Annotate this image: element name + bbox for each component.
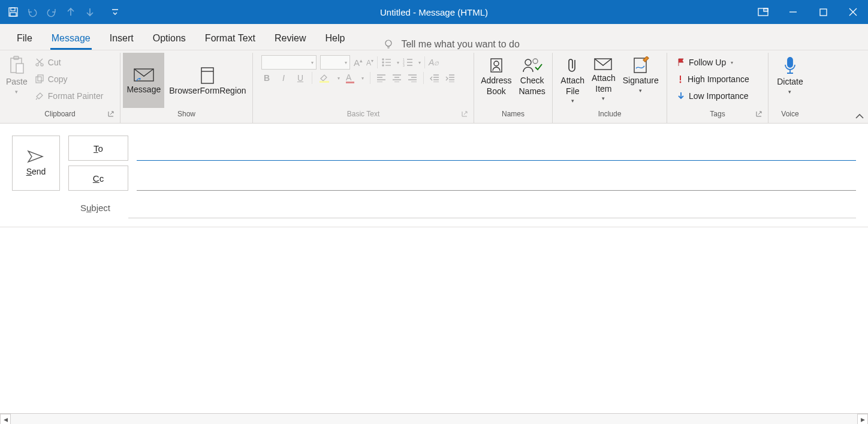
group-show-label: Show xyxy=(123,110,250,123)
ribbon-body: Paste ▾ Cut Copy Format Painter xyxy=(0,50,868,124)
browser-form-region-button[interactable]: BrowserFormRegion xyxy=(165,53,249,108)
svg-rect-13 xyxy=(38,75,43,81)
tab-file[interactable]: File xyxy=(7,27,42,50)
svg-rect-1 xyxy=(11,8,15,11)
svg-point-16 xyxy=(382,59,384,60)
underline-button[interactable]: U xyxy=(295,73,306,83)
dictate-button[interactable]: Dictate▾ xyxy=(773,54,807,95)
svg-point-6 xyxy=(385,40,391,46)
maximize-button[interactable] xyxy=(808,0,838,24)
font-size-select[interactable]: ▾ xyxy=(320,55,350,70)
svg-rect-12 xyxy=(36,77,41,83)
show-message-button[interactable]: Message xyxy=(123,53,164,108)
paste-button[interactable]: Paste ▾ xyxy=(2,52,31,95)
next-item-icon[interactable] xyxy=(84,6,96,18)
ribbon-tabs: File Message Insert Options Format Text … xyxy=(0,24,868,50)
svg-rect-22 xyxy=(320,81,329,83)
font-family-select[interactable]: ▾ xyxy=(261,55,317,70)
attach-file-button[interactable]: Attach File▾ xyxy=(557,54,588,104)
close-button[interactable] xyxy=(838,0,868,24)
font-color-icon[interactable]: A xyxy=(346,73,354,83)
redo-icon[interactable] xyxy=(46,6,58,18)
bold-button[interactable]: B xyxy=(261,73,272,83)
undo-icon[interactable] xyxy=(26,6,38,18)
collapse-ribbon-icon[interactable] xyxy=(855,113,864,121)
svg-point-11 xyxy=(41,64,43,66)
svg-rect-4 xyxy=(764,8,768,11)
svg-point-17 xyxy=(382,62,384,63)
group-names-label: Names xyxy=(477,110,550,123)
tell-me-input[interactable]: Tell me what you want to do xyxy=(401,39,519,50)
align-right-icon[interactable] xyxy=(408,74,417,82)
svg-point-18 xyxy=(382,65,384,66)
scroll-right-icon[interactable]: ▸ xyxy=(857,414,868,425)
tab-options[interactable]: Options xyxy=(143,27,195,50)
minimize-button[interactable] xyxy=(778,0,808,24)
shrink-font-icon[interactable]: A▾ xyxy=(366,58,373,67)
tags-launcher-icon[interactable] xyxy=(756,111,763,118)
group-voice-label: Voice xyxy=(771,110,809,123)
save-icon[interactable] xyxy=(7,6,19,18)
cc-field[interactable] xyxy=(137,166,856,191)
svg-rect-15 xyxy=(201,68,213,83)
group-include-label: Include xyxy=(555,110,664,123)
highlight-color-icon[interactable] xyxy=(318,73,330,83)
tab-review[interactable]: Review xyxy=(265,27,315,50)
signature-button[interactable]: Signature▾ xyxy=(619,54,662,94)
tab-message[interactable]: Message xyxy=(42,27,100,50)
svg-point-25 xyxy=(525,59,531,65)
format-painter-button[interactable]: Format Painter xyxy=(31,88,107,104)
align-center-icon[interactable] xyxy=(392,74,402,82)
tab-format-text[interactable]: Format Text xyxy=(195,27,265,50)
svg-point-29 xyxy=(680,82,682,83)
svg-text:3: 3 xyxy=(403,64,405,67)
italic-button[interactable]: I xyxy=(278,73,289,83)
to-button[interactable]: To xyxy=(68,136,128,161)
window-title: Untitled - Message (HTML) xyxy=(0,7,868,17)
address-book-button[interactable]: Address Book xyxy=(477,54,515,97)
attach-item-button[interactable]: Attach Item▾ xyxy=(588,54,619,102)
basic-text-launcher-icon[interactable] xyxy=(462,111,469,118)
ribbon-display-button[interactable] xyxy=(748,0,778,24)
svg-rect-30 xyxy=(788,58,792,67)
grow-font-icon[interactable]: A▴ xyxy=(354,58,363,68)
horizontal-scrollbar[interactable]: ◂ ▸ xyxy=(0,413,868,424)
svg-point-26 xyxy=(533,59,538,64)
group-tags-label: Tags xyxy=(710,110,725,118)
group-basic-text-label: Basic Text xyxy=(347,110,379,118)
clear-format-icon[interactable]: A∅ xyxy=(429,58,439,67)
tab-help[interactable]: Help xyxy=(316,27,355,50)
check-names-button[interactable]: Check Names xyxy=(516,54,549,97)
high-importance-button[interactable]: High Importance xyxy=(673,71,753,88)
svg-rect-5 xyxy=(820,9,827,16)
svg-rect-2 xyxy=(10,13,16,16)
follow-up-button[interactable]: Follow Up▾ xyxy=(673,54,737,71)
prev-item-icon[interactable] xyxy=(65,6,77,18)
numbering-icon[interactable]: 123 xyxy=(403,58,414,67)
subject-field[interactable] xyxy=(128,197,856,218)
cut-button[interactable]: Cut xyxy=(31,54,107,71)
send-label: end xyxy=(32,167,46,176)
title-bar: Untitled - Message (HTML) xyxy=(0,0,868,24)
compose-header: Send To Cc Subject xyxy=(0,124,868,223)
message-body[interactable] xyxy=(0,227,868,413)
svg-point-10 xyxy=(36,64,38,66)
bullets-icon[interactable] xyxy=(381,58,392,67)
to-field[interactable] xyxy=(137,136,856,161)
send-button[interactable]: Send xyxy=(12,136,60,191)
cc-button[interactable]: Cc xyxy=(68,166,128,191)
increase-indent-icon[interactable] xyxy=(445,74,455,82)
scroll-left-icon[interactable]: ◂ xyxy=(0,414,11,425)
group-clipboard-label: Clipboard xyxy=(44,110,75,118)
align-left-icon[interactable] xyxy=(376,74,386,82)
decrease-indent-icon[interactable] xyxy=(430,74,439,82)
svg-point-24 xyxy=(494,61,499,66)
svg-rect-9 xyxy=(16,64,23,73)
qat-customize-icon[interactable] xyxy=(109,6,121,18)
tab-insert[interactable]: Insert xyxy=(100,27,143,50)
clipboard-launcher-icon[interactable] xyxy=(108,111,115,118)
copy-button[interactable]: Copy xyxy=(31,71,107,88)
lightbulb-icon xyxy=(383,39,394,50)
low-importance-button[interactable]: Low Importance xyxy=(673,88,752,104)
